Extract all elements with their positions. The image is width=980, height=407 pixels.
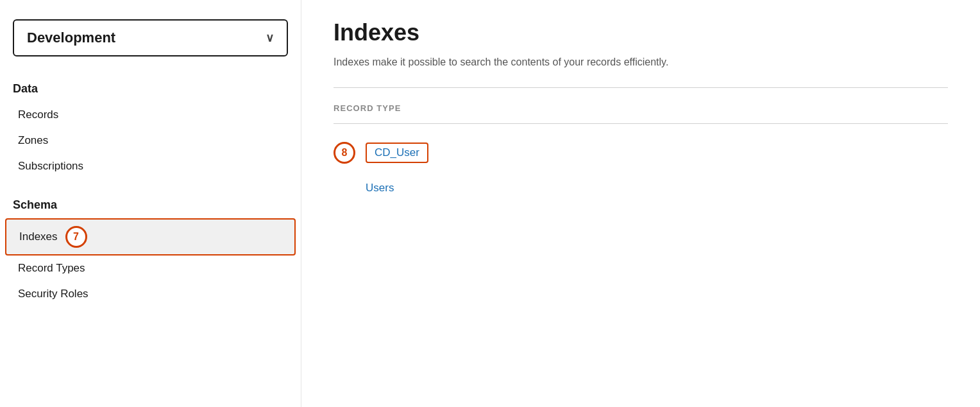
sidebar-item-record-types[interactable]: Record Types <box>5 255 296 281</box>
sidebar-item-records[interactable]: Records <box>5 102 296 128</box>
table-row: Users <box>334 171 948 205</box>
table-column-header: RECORD TYPE <box>334 98 948 118</box>
data-section: Data Records Zones Subscriptions <box>0 76 301 179</box>
sidebar-item-zones[interactable]: Zones <box>5 128 296 153</box>
sidebar-item-subscriptions[interactable]: Subscriptions <box>5 153 296 179</box>
annotation-badge-7: 7 <box>65 226 87 248</box>
cd-user-link[interactable]: CD_User <box>366 143 428 163</box>
table-row: 8 CD_User <box>334 134 948 171</box>
page-title: Indexes <box>334 19 948 46</box>
sidebar-item-indexes[interactable]: Indexes 7 <box>5 218 296 255</box>
chevron-down-icon: ∨ <box>266 31 274 45</box>
sidebar-item-indexes-label: Indexes <box>19 230 58 243</box>
annotation-badge-8: 8 <box>334 142 355 164</box>
divider-2 <box>334 123 948 124</box>
app-container: Development ∨ Data Records Zones Subscri… <box>0 0 980 407</box>
sidebar-item-security-roles[interactable]: Security Roles <box>5 281 296 307</box>
schema-section: Schema Indexes 7 Record Types Security R… <box>0 192 301 307</box>
users-link[interactable]: Users <box>366 179 394 197</box>
sidebar: Development ∨ Data Records Zones Subscri… <box>0 0 301 407</box>
env-selector[interactable]: Development ∨ <box>13 19 288 56</box>
env-selector-label: Development <box>27 30 115 46</box>
divider <box>334 87 948 88</box>
main-content: Indexes Indexes make it possible to sear… <box>301 0 980 407</box>
page-description: Indexes make it possible to search the c… <box>334 56 948 68</box>
schema-section-heading: Schema <box>0 192 301 218</box>
data-section-heading: Data <box>0 76 301 102</box>
